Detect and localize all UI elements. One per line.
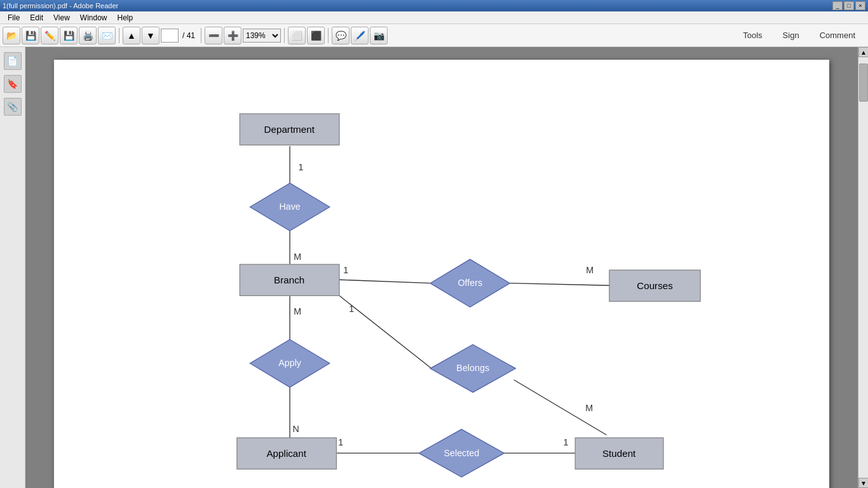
svg-text:1: 1 [338,437,343,447]
sep1 [119,28,119,43]
svg-text:1: 1 [343,265,348,275]
note-button[interactable]: 💬 [332,27,349,44]
title-bar: 1(full permission).pdf - Adobe Reader _ … [0,0,868,11]
scroll-down-button[interactable]: ▼ [858,478,868,488]
zoom-in-button[interactable]: ➕ [224,27,241,44]
fit-width-button[interactable]: ⬛ [307,27,325,44]
next-page-button[interactable]: ▼ [142,27,159,44]
svg-text:M: M [585,403,593,413]
svg-line-2 [339,280,430,283]
save-button[interactable]: 💾 [60,27,78,44]
pdf-page: 1 M 1 M M 1 N M 1 1 [54,60,829,488]
sep3 [284,28,285,43]
snapshot-button[interactable]: 📷 [370,27,388,44]
sep4 [328,28,329,43]
svg-text:Branch: Branch [274,274,304,285]
page-number-input[interactable]: 6 [161,29,179,43]
highlight-button[interactable]: 🖊️ [351,27,369,44]
svg-text:N: N [293,424,299,434]
pages-panel-button[interactable]: 📄 [4,52,22,70]
main-area: 📄 🔖 📎 [0,47,868,488]
page-total: / 41 [180,31,198,40]
restore-button[interactable]: □ [844,1,854,10]
svg-text:1: 1 [563,437,568,447]
scroll-track[interactable] [858,57,868,478]
comment-button[interactable]: Comment [810,28,865,43]
print-button[interactable]: 🖨️ [79,27,97,44]
svg-text:Department: Department [264,124,315,135]
fit-page-button[interactable]: ⬜ [288,27,306,44]
menu-file[interactable]: File [3,12,25,24]
scrollbar[interactable]: ▲ ▼ [858,47,868,488]
svg-line-3 [510,283,609,286]
menu-window[interactable]: Window [75,12,112,24]
minimize-button[interactable]: _ [832,1,843,10]
left-panel: 📄 🔖 📎 [0,47,25,488]
scroll-thumb[interactable] [859,64,868,102]
svg-text:Belongs: Belongs [456,363,489,373]
scroll-up-button[interactable]: ▲ [858,47,868,57]
close-button[interactable]: × [855,1,865,10]
prev-page-button[interactable]: ▲ [123,27,140,44]
bookmarks-panel-button[interactable]: 🔖 [4,75,22,93]
svg-text:1: 1 [299,162,304,172]
svg-text:M: M [586,265,593,275]
menu-bar: File Edit View Window Help [0,11,868,24]
svg-text:Student: Student [602,448,636,459]
svg-text:Selected: Selected [444,448,479,458]
svg-text:Have: Have [279,201,300,212]
attachments-panel-button[interactable]: 📎 [4,98,22,116]
menu-view[interactable]: View [48,12,75,24]
svg-text:Apply: Apply [278,358,302,368]
title-bar-controls[interactable]: _ □ × [832,1,865,10]
tools-button[interactable]: Tools [733,28,772,43]
svg-text:M: M [294,252,301,262]
svg-text:M: M [294,306,301,316]
open-button[interactable]: 📂 [3,27,20,44]
pdf-area[interactable]: 1 M 1 M M 1 N M 1 1 [25,47,858,488]
sep2 [201,28,201,43]
email-button[interactable]: ✉️ [98,27,116,44]
toolbar-right: Tools Sign Comment [733,28,865,43]
svg-text:Offers: Offers [458,278,482,288]
svg-text:Courses: Courses [637,280,673,291]
svg-text:Applicant: Applicant [266,448,306,459]
title-bar-text: 1(full permission).pdf - Adobe Reader [3,2,118,10]
zoom-select[interactable]: 139% 100% 75% 150% [243,29,281,43]
sign-button[interactable]: Sign [773,28,810,43]
toolbar: 📂 💾 ✏️ 💾 🖨️ ✉️ ▲ ▼ 6 / 41 ➖ ➕ 139% 100% … [0,24,868,47]
save-copy-button[interactable]: 💾 [22,27,39,44]
menu-help[interactable]: Help [112,12,139,24]
er-diagram: 1 M 1 M M 1 N M 1 1 [54,60,829,488]
edit-button[interactable]: ✏️ [41,27,58,44]
svg-text:1: 1 [349,304,354,314]
zoom-out-button[interactable]: ➖ [205,27,222,44]
menu-edit[interactable]: Edit [25,12,48,24]
